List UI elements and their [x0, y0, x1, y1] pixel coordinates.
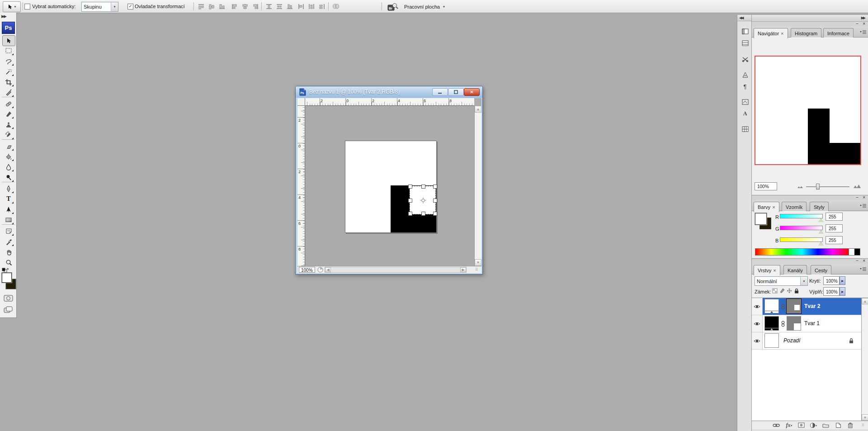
collapsed-panel-icon-3[interactable] — [740, 54, 750, 64]
status-info-icon[interactable] — [317, 267, 323, 273]
dock-header[interactable]: ▶▶ — [752, 15, 868, 22]
layer-row-tvar1[interactable]: Tvar 1 — [752, 315, 861, 332]
green-value-field[interactable]: 255 — [826, 224, 843, 232]
align-top-edges-icon[interactable] — [197, 3, 205, 10]
distribute-bottom-edges-icon[interactable] — [286, 3, 294, 10]
distribute-horizontal-centers-icon[interactable] — [307, 3, 316, 10]
transform-handle[interactable] — [433, 212, 437, 216]
move-tool[interactable] — [2, 35, 15, 46]
path-selection-tool[interactable] — [3, 204, 14, 214]
auto-select-group-dropdown[interactable]: Skupinu ▼ — [81, 2, 118, 12]
transform-handle[interactable] — [408, 212, 412, 216]
canvas[interactable] — [345, 141, 437, 233]
crop-tool[interactable] — [3, 77, 14, 87]
navigator-zoom-slider-thumb[interactable] — [816, 184, 820, 189]
scroll-up-arrow[interactable]: ▲ — [862, 298, 868, 304]
tab-cesty[interactable]: Cesty — [811, 265, 831, 275]
layer-name[interactable]: Tvar 2 — [804, 303, 820, 309]
auto-select-checkbox[interactable] — [24, 4, 30, 9]
photoshop-logo[interactable]: Ps — [2, 22, 15, 34]
green-slider-thumb[interactable] — [819, 230, 823, 234]
auto-align-layers-icon[interactable] — [332, 3, 340, 10]
panel-menu-icon[interactable] — [859, 30, 867, 35]
add-layer-mask-icon[interactable] — [797, 422, 806, 428]
panel-minimize-icon[interactable]: − — [856, 195, 859, 200]
ruler-origin-box[interactable] — [297, 98, 305, 106]
align-left-edges-icon[interactable] — [231, 3, 239, 10]
new-layer-icon[interactable] — [834, 422, 843, 428]
window-resize-grip[interactable]: ⠿ — [475, 267, 478, 272]
scroll-down-arrow[interactable]: ▼ — [862, 414, 868, 421]
healing-brush-tool[interactable] — [3, 99, 14, 109]
zoom-percentage-field[interactable]: 100% — [299, 267, 315, 273]
red-value-field[interactable]: 255 — [826, 213, 843, 221]
panel-close-icon[interactable]: × — [863, 21, 865, 26]
slice-tool[interactable] — [3, 87, 14, 97]
tab-close-icon[interactable]: × — [773, 268, 776, 273]
scroll-left-arrow[interactable]: ◀ — [325, 267, 331, 272]
collapsed-panel-icon-6[interactable] — [740, 97, 750, 107]
layer-style-fx-icon[interactable]: fx▾ — [784, 422, 793, 428]
opacity-spinner-button[interactable]: ▶ — [840, 276, 845, 285]
align-right-edges-icon[interactable] — [251, 3, 259, 10]
align-bottom-edges-icon[interactable] — [218, 3, 226, 10]
foreground-color-swatch[interactable] — [755, 213, 767, 225]
delete-layer-trash-icon[interactable] — [846, 422, 855, 428]
distribute-vertical-centers-icon[interactable] — [275, 3, 283, 10]
tab-close-icon[interactable]: × — [772, 204, 775, 210]
tab-vzornik[interactable]: Vzorník — [782, 202, 807, 212]
layer-name[interactable]: Pozadí — [783, 337, 800, 344]
layer-thumbnail[interactable] — [764, 333, 779, 348]
collapse-chevrons-icon[interactable]: ▶▶ — [1, 14, 6, 19]
foreground-color-swatch[interactable] — [2, 273, 12, 283]
scroll-down-arrow[interactable]: ▼ — [475, 259, 481, 266]
red-slider-thumb[interactable] — [819, 218, 823, 222]
layers-scrollbar[interactable]: ▲ ▼ — [861, 298, 868, 421]
eyedropper-tool[interactable] — [3, 237, 14, 246]
visibility-cell[interactable] — [752, 332, 763, 349]
transform-reference-point-icon[interactable] — [420, 197, 426, 204]
navigator-proxy-preview[interactable] — [755, 56, 861, 165]
color-spectrum-ramp[interactable] — [755, 248, 849, 256]
layer-row-pozadi[interactable]: Pozadí — [752, 332, 861, 350]
tab-kanaly[interactable]: Kanály — [783, 265, 807, 275]
hand-tool[interactable] — [3, 247, 14, 257]
dodge-tool[interactable] — [3, 172, 14, 182]
layer-fill-thumbnail[interactable] — [764, 316, 779, 331]
rectangular-marquee-tool[interactable] — [3, 46, 14, 56]
distribute-right-edges-icon[interactable] — [318, 3, 326, 10]
eraser-tool[interactable] — [3, 141, 14, 151]
history-brush-tool[interactable] — [3, 130, 14, 140]
transform-handle[interactable] — [408, 185, 412, 189]
pen-tool[interactable] — [3, 184, 14, 194]
blue-value-field[interactable]: 255 — [826, 236, 843, 244]
zoom-out-mountains-icon[interactable] — [797, 185, 803, 189]
new-group-icon[interactable] — [821, 422, 830, 428]
blur-tool[interactable] — [3, 162, 14, 172]
go-to-bridge-button[interactable]: Br — [385, 2, 401, 11]
panel-close-icon[interactable]: × — [863, 195, 865, 200]
paint-bucket-tool[interactable] — [3, 152, 14, 161]
current-tool-chip[interactable]: ▼ — [3, 1, 21, 12]
transform-handle[interactable] — [421, 185, 425, 189]
link-mask-icon[interactable] — [781, 321, 785, 327]
navigator-zoom-slider-track[interactable] — [806, 186, 849, 188]
collapsed-panel-icon-7[interactable]: A — [740, 109, 750, 118]
transform-handle[interactable] — [433, 185, 437, 189]
navigator-zoom-field[interactable]: 100% — [755, 182, 777, 190]
green-slider-track[interactable] — [780, 226, 823, 230]
clone-stamp-tool[interactable] — [3, 119, 14, 129]
restore-button[interactable] — [448, 88, 464, 96]
collapsed-panel-icon-4[interactable] — [740, 70, 750, 80]
layer-name[interactable]: Tvar 1 — [804, 320, 820, 327]
close-button[interactable]: ✕ — [464, 88, 480, 96]
canvas-viewport[interactable] — [305, 106, 474, 266]
collapsed-panel-icon-2[interactable] — [740, 38, 750, 48]
tab-informace[interactable]: Informace — [823, 28, 854, 38]
show-transform-controls-checkbox[interactable]: ✓ — [127, 4, 133, 9]
visibility-cell[interactable] — [752, 315, 763, 332]
visibility-cell[interactable] — [752, 298, 763, 315]
black-shortcut-swatch[interactable] — [854, 248, 860, 256]
scroll-right-arrow[interactable]: ▶ — [460, 267, 466, 272]
link-mask-icon[interactable] — [781, 303, 785, 310]
